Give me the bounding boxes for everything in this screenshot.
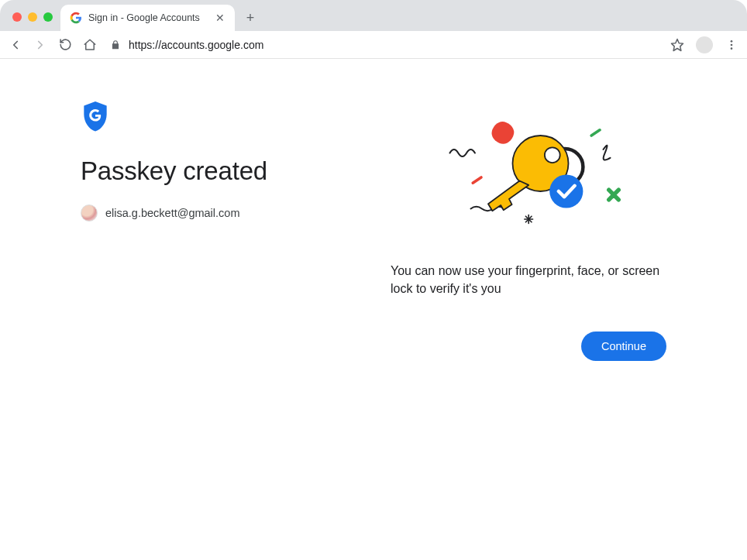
back-icon[interactable]: [8, 37, 23, 53]
kebab-menu-icon[interactable]: [724, 37, 739, 53]
right-column: You can now use your fingerprint, face, …: [375, 101, 670, 361]
forward-icon[interactable]: [33, 37, 48, 53]
new-tab-button[interactable]: +: [239, 7, 261, 29]
google-favicon: [70, 12, 82, 24]
page-heading: Passkey created: [81, 156, 375, 186]
bookmark-star-icon[interactable]: [670, 37, 685, 53]
user-email: elisa.g.beckett@gmail.com: [105, 207, 239, 219]
lock-icon: [110, 40, 121, 50]
svg-line-5: [591, 130, 600, 136]
home-icon[interactable]: [82, 37, 98, 53]
google-shield-icon: [81, 101, 110, 135]
button-row: Continue: [391, 332, 670, 361]
svg-point-1: [731, 40, 733, 43]
maximize-window-icon[interactable]: [43, 12, 53, 22]
url-text: https://accounts.google.com: [129, 39, 263, 51]
browser-toolbar: https://accounts.google.com: [0, 31, 747, 59]
svg-point-2: [731, 43, 733, 46]
minimize-window-icon[interactable]: [28, 12, 37, 22]
svg-point-13: [549, 174, 583, 208]
window-controls: [12, 12, 53, 22]
toolbar-right: [670, 36, 739, 53]
left-column: Passkey created elisa.g.beckett@gmail.co…: [81, 101, 375, 361]
page-content: Passkey created elisa.g.beckett@gmail.co…: [0, 59, 747, 361]
svg-line-4: [473, 177, 481, 183]
close-tab-icon[interactable]: ✕: [213, 12, 227, 24]
svg-point-3: [731, 47, 733, 50]
svg-point-12: [545, 147, 560, 163]
continue-button[interactable]: Continue: [581, 332, 666, 361]
passkey-illustration: [391, 101, 670, 240]
svg-marker-0: [672, 39, 683, 50]
user-avatar-icon: [81, 204, 98, 222]
address-bar[interactable]: https://accounts.google.com: [107, 39, 660, 51]
reload-icon[interactable]: [57, 37, 73, 53]
profile-avatar-icon[interactable]: [696, 36, 713, 53]
tab-strip: Sign in - Google Accounts ✕ +: [0, 0, 747, 31]
close-window-icon[interactable]: [12, 12, 22, 22]
browser-tab[interactable]: Sign in - Google Accounts ✕: [60, 5, 235, 31]
tab-title: Sign in - Google Accounts: [88, 12, 207, 23]
account-chip[interactable]: elisa.g.beckett@gmail.com: [81, 204, 375, 222]
description-text: You can now use your fingerprint, face, …: [391, 262, 670, 297]
browser-window: Sign in - Google Accounts ✕ + https://ac…: [0, 0, 747, 560]
